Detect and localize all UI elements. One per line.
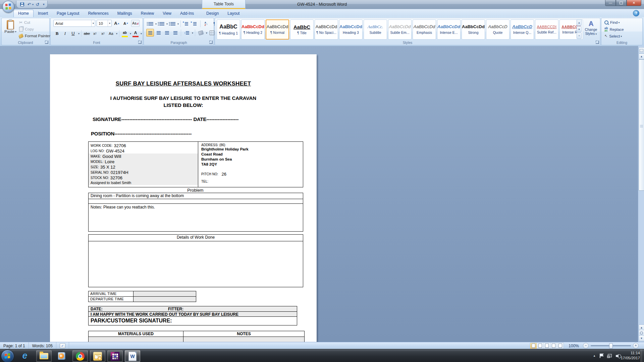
undo-button[interactable]: ↶ [26, 1, 32, 7]
replace-button[interactable]: abacReplace [604, 27, 624, 32]
chevron-down-icon[interactable]: ▾ [108, 20, 111, 26]
arrival-value-cell[interactable] [133, 291, 196, 296]
zoom-out-button[interactable]: − [583, 343, 589, 349]
doc-auth-line-1[interactable]: I AUTHORISE SURF BAY LEISURE TO ENTER TH… [50, 95, 317, 101]
work-code-row[interactable]: WORK CODE:32706 [91, 143, 198, 148]
style-chip-no-spacing[interactable]: AaBbCcDd¶ No Spaci... [315, 19, 338, 40]
justify-button[interactable] [171, 29, 179, 37]
tab-references[interactable]: References [84, 10, 113, 17]
superscript-button[interactable]: x2 [99, 29, 107, 37]
style-chip-subtitle[interactable]: AaBbCc.Subtitle [364, 19, 387, 40]
change-styles-button[interactable]: A Change Styles [583, 19, 599, 40]
tab-mailings[interactable]: Mailings [113, 10, 137, 17]
draft-view-button[interactable] [557, 343, 564, 349]
materials-used-header[interactable]: MATERIALS USED [89, 331, 183, 337]
make-row[interactable]: MAKE:Good Will [91, 154, 198, 159]
tab-review[interactable]: Review [137, 10, 158, 17]
action-center-flag-icon[interactable] [600, 354, 603, 358]
doc-position-line[interactable]: POSITION--------------------------------… [91, 131, 192, 136]
caravan-details-cell[interactable]: WORK CODE:32706 LOG NO:GW-4524 MAKE:Good… [89, 142, 198, 187]
caravan-info-table[interactable]: WORK CODE:32706 LOG NO:GW-4524 MAKE:Good… [88, 141, 303, 187]
zoom-level[interactable]: 100% [569, 344, 579, 348]
tel-row[interactable]: TEL: [201, 180, 303, 183]
italic-button[interactable]: I [61, 29, 69, 37]
minimize-button[interactable]: — [605, 0, 616, 6]
problem-header[interactable]: Problem [88, 188, 303, 193]
outline-view-button[interactable] [550, 343, 557, 349]
highlight-dropdown[interactable] [129, 31, 131, 37]
shading-dropdown[interactable] [205, 30, 207, 36]
style-chip-title[interactable]: AaBbC¶ Title [290, 19, 314, 40]
date-fitter-row[interactable]: DATE:FITTER: [89, 306, 297, 312]
clipboard-dialog-launcher[interactable] [45, 41, 48, 44]
size-row[interactable]: SIZE:35 X 12 [91, 164, 198, 170]
underline-dropdown[interactable] [77, 31, 79, 37]
zoom-in-button[interactable]: + [633, 343, 639, 349]
shading-button[interactable] [197, 29, 205, 37]
find-button[interactable]: Find [604, 20, 620, 24]
tab-view[interactable]: View [158, 10, 176, 17]
line-spacing-dropdown[interactable] [191, 30, 193, 36]
sign-off-table[interactable]: DATE:FITTER: I AM HAPPY WITH THE WORK CA… [88, 306, 297, 325]
chevron-down-icon[interactable]: ▾ [91, 20, 95, 26]
style-chip-heading-1[interactable]: AaBbC¶ Heading 1 [217, 19, 240, 40]
happy-row[interactable]: I AM HAPPY WITH THE WORK CARRIED OUT TOD… [89, 312, 297, 317]
departure-value-cell[interactable] [133, 297, 196, 302]
ruler-toggle-button[interactable] [639, 47, 644, 53]
style-chip-subtle-emphasis[interactable]: AaBbCcDdSubtle Em... [388, 19, 412, 40]
details-body-cell[interactable] [89, 241, 303, 287]
style-chip-normal[interactable]: AaBbCcDd¶ Normal [266, 19, 289, 40]
decrease-indent-button[interactable] [182, 20, 190, 27]
underline-button[interactable]: U [69, 29, 77, 37]
arrival-row[interactable]: ARRIVAL TIME [89, 291, 196, 297]
doc-auth-line-2[interactable]: LISTED BELOW: [50, 102, 317, 108]
font-size-combo[interactable]: 10▾ [97, 20, 112, 27]
problem-text-row[interactable]: Dining room - Partition is coming away a… [89, 193, 303, 199]
font-color-dropdown[interactable] [140, 31, 142, 37]
redo-button[interactable]: ↺ [35, 1, 41, 7]
bullets-button[interactable] [146, 20, 154, 27]
align-right-button[interactable] [163, 29, 171, 37]
taskbar-grid-app[interactable] [107, 350, 123, 362]
font-color-button[interactable]: A [132, 29, 139, 38]
text-highlight-button[interactable]: ab [121, 29, 128, 38]
format-painter-button[interactable]: Format Painter [19, 33, 50, 39]
tab-page-layout[interactable]: Page Layout [52, 10, 84, 17]
numbering-button[interactable] [157, 20, 165, 27]
styles-gallery-more[interactable]: ≡ [577, 33, 582, 39]
assigned-row[interactable]: Assigned to Isabel Smith [91, 180, 198, 185]
materials-body-row[interactable] [89, 337, 304, 342]
multilevel-list-button[interactable] [168, 20, 176, 27]
font-dialog-launcher[interactable] [138, 41, 142, 44]
vertical-scrollbar[interactable]: ▲ ▲ ▼ [638, 46, 644, 342]
taskbar-internet-explorer[interactable]: e [17, 350, 32, 361]
sort-button[interactable]: AZ↓ [202, 20, 210, 27]
increase-indent-button[interactable] [191, 20, 199, 27]
change-case-dropdown[interactable] [115, 31, 117, 37]
taskbar-windows-explorer[interactable] [36, 350, 52, 362]
style-chip-intense-quote[interactable]: AaBbCcDIntense Q... [511, 19, 534, 40]
address-line[interactable]: Brightholme Holiday Park [201, 147, 303, 152]
taskbar-clock[interactable]: 11:14 17/05/2017 [621, 351, 640, 361]
maximize-button[interactable] [616, 0, 627, 6]
close-button[interactable]: ✕ [627, 0, 641, 6]
cut-button[interactable]: ✂Cut [19, 19, 50, 25]
select-button[interactable]: ↖Select [604, 34, 622, 38]
taskbar-media-player[interactable]: ▶ [54, 350, 68, 361]
clear-formatting-button[interactable]: Aa◢ [131, 20, 140, 27]
style-chip-heading-2[interactable]: AaBbCcDd¶ Heading 2 [241, 19, 265, 40]
web-layout-view-button[interactable] [544, 343, 550, 349]
styles-dialog-launcher[interactable] [596, 41, 599, 44]
document-page[interactable]: SURF BAY LEISURE AFTERSALES WORKSHEET I … [50, 54, 317, 342]
pitch-no-row[interactable]: PITCH NO:26 [201, 172, 303, 177]
scrollbar-thumb[interactable] [639, 59, 644, 191]
customer-signature-row[interactable]: PARK/CUSTOMER SIGNATURE: [89, 317, 297, 325]
times-table[interactable]: ARRIVAL TIME DEPARTURE TIME [88, 291, 196, 302]
office-button[interactable] [2, 1, 14, 13]
styles-scroll-up[interactable]: ▲ [577, 19, 582, 26]
next-page-button[interactable]: ▼ [639, 335, 644, 341]
start-button[interactable] [1, 350, 14, 362]
network-icon[interactable] [607, 354, 612, 358]
bold-button[interactable]: B [53, 29, 61, 37]
style-chip-subtle-reference[interactable]: AABBCCDISubtle Ref... [535, 19, 558, 40]
